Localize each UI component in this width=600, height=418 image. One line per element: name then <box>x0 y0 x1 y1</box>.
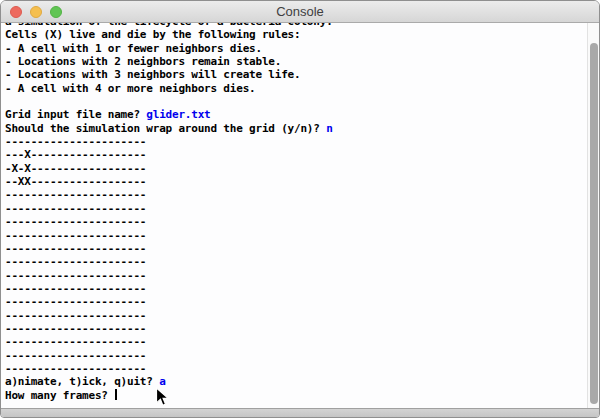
terminal-line: a)nimate, t)ick, q)uit? a <box>5 375 587 388</box>
program-output-text: ---------------------- <box>5 255 146 268</box>
program-output-text: - Locations with 3 neighbors will create… <box>5 68 300 81</box>
user-input-text: glider.txt <box>146 108 210 121</box>
terminal-line: - Locations with 3 neighbors will create… <box>5 68 587 81</box>
scrollbar[interactable] <box>587 23 599 408</box>
terminal-line: ---------------------- <box>5 362 587 375</box>
program-output-text: ---------------------- <box>5 295 146 308</box>
program-output-text: ---------------------- <box>5 135 146 148</box>
title-bar[interactable]: Console <box>1 1 599 23</box>
terminal-line: ---X------------------ <box>5 148 587 161</box>
minimize-button[interactable] <box>30 6 42 18</box>
terminal-line: Grid input file name? glider.txt <box>5 108 587 121</box>
console-window: Console a simulation of the lifecycle of… <box>0 0 600 418</box>
terminal-line: ---------------------- <box>5 188 587 201</box>
terminal-line <box>5 95 587 108</box>
terminal-line: ---------------------- <box>5 349 587 362</box>
terminal-output[interactable]: a simulation of the lifecycle of a bacte… <box>1 23 587 408</box>
terminal-line: ---------------------- <box>5 282 587 295</box>
terminal-line: - Locations with 2 neighbors remain stab… <box>5 55 587 68</box>
program-output-text: ---------------------- <box>5 202 146 215</box>
program-output-text: How many frames? <box>5 389 114 402</box>
program-output-text: --XX------------------ <box>5 175 146 188</box>
terminal-line: ---------------------- <box>5 229 587 242</box>
zoom-button[interactable] <box>50 6 62 18</box>
program-output-text: a)nimate, t)ick, q)uit? <box>5 375 159 388</box>
terminal-line: - A cell with 1 or fewer neighbors dies. <box>5 42 587 55</box>
terminal-line: --XX------------------ <box>5 175 587 188</box>
terminal-line: ---------------------- <box>5 335 587 348</box>
program-output-text: ---------------------- <box>5 349 146 362</box>
program-output-text: ---------------------- <box>5 229 146 242</box>
program-output-text: ---------------------- <box>5 269 146 282</box>
program-output-text: a simulation of the lifecycle of a bacte… <box>5 23 333 28</box>
program-output-text: ---------------------- <box>5 242 146 255</box>
program-output-text: ---------------------- <box>5 282 146 295</box>
terminal-line: ---------------------- <box>5 242 587 255</box>
program-output-text: - A cell with 1 or fewer neighbors dies. <box>5 42 262 55</box>
program-output-text: Cells (X) live and die by the following … <box>5 28 300 41</box>
scrollbar-thumb[interactable] <box>590 43 598 404</box>
text-cursor <box>115 389 117 400</box>
program-output-text: - A cell with 4 or more neighbors dies. <box>5 82 255 95</box>
program-output-text: -X-X------------------ <box>5 162 146 175</box>
terminal-line: - A cell with 4 or more neighbors dies. <box>5 82 587 95</box>
program-output-text: ---------------------- <box>5 362 146 375</box>
terminal-line: Should the simulation wrap around the gr… <box>5 122 587 135</box>
program-output-text: Grid input file name? <box>5 108 146 121</box>
program-output-text: ---------------------- <box>5 188 146 201</box>
terminal-line: ---------------------- <box>5 322 587 335</box>
terminal-line: ---------------------- <box>5 309 587 322</box>
program-output-text: ---------------------- <box>5 322 146 335</box>
terminal-line: ---------------------- <box>5 295 587 308</box>
user-input-text: n <box>326 122 332 135</box>
program-output-text: - Locations with 2 neighbors remain stab… <box>5 55 281 68</box>
terminal-line: ---------------------- <box>5 269 587 282</box>
program-output-text: ---------------------- <box>5 215 146 228</box>
terminal-line: ---------------------- <box>5 215 587 228</box>
terminal-line: ---------------------- <box>5 202 587 215</box>
program-output-text: ---------------------- <box>5 309 146 322</box>
terminal-line: Cells (X) live and die by the following … <box>5 28 587 41</box>
program-output-text: ---------------------- <box>5 335 146 348</box>
window-content: a simulation of the lifecycle of a bacte… <box>1 23 599 408</box>
terminal-line: ---------------------- <box>5 135 587 148</box>
window-controls <box>10 6 62 18</box>
terminal-line: -X-X------------------ <box>5 162 587 175</box>
terminal-line: ---------------------- <box>5 255 587 268</box>
terminal-line: How many frames? <box>5 389 587 402</box>
program-output-text: ---X------------------ <box>5 148 146 161</box>
window-title: Console <box>1 4 599 19</box>
program-output-text: Should the simulation wrap around the gr… <box>5 122 326 135</box>
close-button[interactable] <box>10 6 22 18</box>
window-bottom-frame <box>1 408 599 417</box>
mouse-cursor-icon <box>155 387 170 408</box>
